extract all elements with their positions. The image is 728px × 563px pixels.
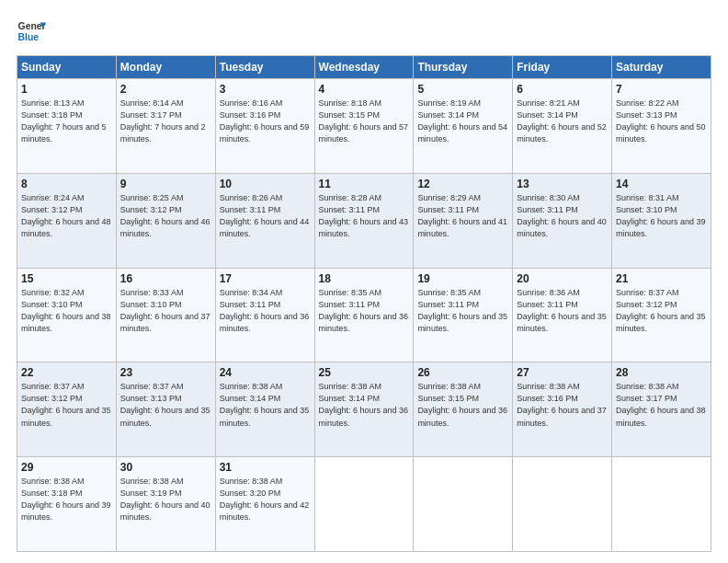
day-number: 15 (21, 272, 112, 285)
col-header-tuesday: Tuesday (215, 56, 314, 79)
day-number: 8 (21, 178, 112, 190)
day-number: 27 (517, 366, 608, 379)
col-header-monday: Monday (116, 56, 215, 79)
cell-details: Sunrise: 8:29 AMSunset: 3:11 PMDaylight:… (417, 192, 508, 240)
cell-details: Sunrise: 8:38 AMSunset: 3:17 PMDaylight:… (616, 381, 707, 429)
calendar-cell: 28Sunrise: 8:38 AMSunset: 3:17 PMDayligh… (612, 362, 711, 457)
cell-details: Sunrise: 8:37 AMSunset: 3:12 PMDaylight:… (21, 381, 112, 429)
cell-details: Sunrise: 8:16 AMSunset: 3:16 PMDaylight:… (220, 98, 311, 145)
svg-text:Blue: Blue (18, 32, 40, 42)
day-number: 12 (417, 178, 508, 190)
cell-details: Sunrise: 8:26 AMSunset: 3:11 PMDaylight:… (220, 192, 311, 240)
calendar-cell: 3Sunrise: 8:16 AMSunset: 3:16 PMDaylight… (215, 79, 314, 174)
calendar-cell: 16Sunrise: 8:33 AMSunset: 3:10 PMDayligh… (116, 268, 215, 362)
calendar-cell: 23Sunrise: 8:37 AMSunset: 3:13 PMDayligh… (116, 362, 215, 457)
calendar-cell (612, 457, 711, 552)
col-header-thursday: Thursday (414, 56, 513, 79)
cell-details: Sunrise: 8:37 AMSunset: 3:12 PMDaylight:… (616, 287, 707, 335)
calendar-cell: 5Sunrise: 8:19 AMSunset: 3:14 PMDaylight… (414, 79, 513, 174)
calendar-cell: 12Sunrise: 8:29 AMSunset: 3:11 PMDayligh… (414, 173, 513, 268)
day-number: 7 (616, 83, 707, 96)
cell-details: Sunrise: 8:37 AMSunset: 3:13 PMDaylight:… (120, 381, 211, 429)
day-number: 28 (616, 366, 707, 379)
cell-details: Sunrise: 8:38 AMSunset: 3:19 PMDaylight:… (120, 476, 211, 523)
day-number: 23 (120, 366, 211, 379)
cell-details: Sunrise: 8:36 AMSunset: 3:11 PMDaylight:… (517, 287, 608, 335)
calendar-cell: 11Sunrise: 8:28 AMSunset: 3:11 PMDayligh… (314, 173, 414, 268)
cell-details: Sunrise: 8:38 AMSunset: 3:14 PMDaylight:… (220, 381, 311, 429)
cell-details: Sunrise: 8:19 AMSunset: 3:14 PMDaylight:… (417, 98, 508, 145)
calendar-week-row: 22Sunrise: 8:37 AMSunset: 3:12 PMDayligh… (17, 362, 711, 457)
calendar-cell: 29Sunrise: 8:38 AMSunset: 3:18 PMDayligh… (17, 457, 117, 552)
calendar-week-row: 29Sunrise: 8:38 AMSunset: 3:18 PMDayligh… (17, 457, 711, 552)
day-number: 14 (616, 178, 707, 190)
calendar-cell: 8Sunrise: 8:24 AMSunset: 3:12 PMDaylight… (17, 173, 117, 268)
day-number: 29 (21, 461, 112, 474)
calendar-cell: 13Sunrise: 8:30 AMSunset: 3:11 PMDayligh… (513, 173, 612, 268)
calendar-cell: 24Sunrise: 8:38 AMSunset: 3:14 PMDayligh… (215, 362, 314, 457)
day-number: 20 (517, 272, 608, 285)
calendar-cell: 18Sunrise: 8:35 AMSunset: 3:11 PMDayligh… (314, 268, 414, 362)
calendar-cell: 20Sunrise: 8:36 AMSunset: 3:11 PMDayligh… (513, 268, 612, 362)
day-number: 21 (616, 272, 707, 285)
col-header-friday: Friday (513, 56, 612, 79)
day-number: 18 (319, 272, 410, 285)
cell-details: Sunrise: 8:30 AMSunset: 3:11 PMDaylight:… (517, 192, 608, 240)
cell-details: Sunrise: 8:38 AMSunset: 3:16 PMDaylight:… (517, 381, 608, 429)
col-header-wednesday: Wednesday (314, 56, 414, 79)
day-number: 22 (21, 366, 112, 379)
cell-details: Sunrise: 8:21 AMSunset: 3:14 PMDaylight:… (517, 98, 608, 145)
calendar-cell (414, 457, 513, 552)
calendar-cell (513, 457, 612, 552)
cell-details: Sunrise: 8:32 AMSunset: 3:10 PMDaylight:… (21, 287, 112, 335)
cell-details: Sunrise: 8:35 AMSunset: 3:11 PMDaylight:… (319, 287, 410, 335)
col-header-saturday: Saturday (612, 56, 711, 79)
day-number: 11 (319, 178, 410, 190)
calendar-week-row: 15Sunrise: 8:32 AMSunset: 3:10 PMDayligh… (17, 268, 711, 362)
cell-details: Sunrise: 8:33 AMSunset: 3:10 PMDaylight:… (120, 287, 211, 335)
calendar-cell: 27Sunrise: 8:38 AMSunset: 3:16 PMDayligh… (513, 362, 612, 457)
calendar-week-row: 8Sunrise: 8:24 AMSunset: 3:12 PMDaylight… (17, 173, 711, 268)
day-number: 25 (319, 366, 410, 379)
calendar-cell (314, 457, 414, 552)
cell-details: Sunrise: 8:34 AMSunset: 3:11 PMDaylight:… (220, 287, 311, 335)
cell-details: Sunrise: 8:35 AMSunset: 3:11 PMDaylight:… (417, 287, 508, 335)
calendar-cell: 4Sunrise: 8:18 AMSunset: 3:15 PMDaylight… (314, 79, 414, 174)
calendar-cell: 25Sunrise: 8:38 AMSunset: 3:14 PMDayligh… (314, 362, 414, 457)
calendar-cell: 17Sunrise: 8:34 AMSunset: 3:11 PMDayligh… (215, 268, 314, 362)
cell-details: Sunrise: 8:24 AMSunset: 3:12 PMDaylight:… (21, 192, 112, 240)
calendar-table: SundayMondayTuesdayWednesdayThursdayFrid… (17, 55, 711, 552)
day-number: 4 (319, 83, 410, 96)
logo-icon: General Blue (17, 17, 46, 46)
calendar-cell: 19Sunrise: 8:35 AMSunset: 3:11 PMDayligh… (414, 268, 513, 362)
calendar-cell: 26Sunrise: 8:38 AMSunset: 3:15 PMDayligh… (414, 362, 513, 457)
calendar-header-row: SundayMondayTuesdayWednesdayThursdayFrid… (17, 56, 711, 79)
calendar-cell: 30Sunrise: 8:38 AMSunset: 3:19 PMDayligh… (116, 457, 215, 552)
day-number: 24 (220, 366, 311, 379)
cell-details: Sunrise: 8:38 AMSunset: 3:20 PMDaylight:… (220, 476, 311, 523)
page-header: General Blue (17, 17, 711, 46)
calendar-cell: 21Sunrise: 8:37 AMSunset: 3:12 PMDayligh… (612, 268, 711, 362)
calendar-cell: 1Sunrise: 8:13 AMSunset: 3:18 PMDaylight… (17, 79, 117, 174)
col-header-sunday: Sunday (17, 56, 117, 79)
day-number: 13 (517, 178, 608, 190)
day-number: 6 (517, 83, 608, 96)
day-number: 19 (417, 272, 508, 285)
cell-details: Sunrise: 8:22 AMSunset: 3:13 PMDaylight:… (616, 98, 707, 145)
calendar-cell: 15Sunrise: 8:32 AMSunset: 3:10 PMDayligh… (17, 268, 117, 362)
cell-details: Sunrise: 8:28 AMSunset: 3:11 PMDaylight:… (319, 192, 410, 240)
cell-details: Sunrise: 8:38 AMSunset: 3:14 PMDaylight:… (319, 381, 410, 429)
cell-details: Sunrise: 8:38 AMSunset: 3:18 PMDaylight:… (21, 476, 112, 523)
calendar-cell: 6Sunrise: 8:21 AMSunset: 3:14 PMDaylight… (513, 79, 612, 174)
day-number: 17 (220, 272, 311, 285)
cell-details: Sunrise: 8:38 AMSunset: 3:15 PMDaylight:… (417, 381, 508, 429)
cell-details: Sunrise: 8:18 AMSunset: 3:15 PMDaylight:… (319, 98, 410, 145)
day-number: 1 (21, 83, 112, 96)
day-number: 3 (220, 83, 311, 96)
calendar-cell: 7Sunrise: 8:22 AMSunset: 3:13 PMDaylight… (612, 79, 711, 174)
calendar-cell: 10Sunrise: 8:26 AMSunset: 3:11 PMDayligh… (215, 173, 314, 268)
calendar-cell: 14Sunrise: 8:31 AMSunset: 3:10 PMDayligh… (612, 173, 711, 268)
calendar-cell: 2Sunrise: 8:14 AMSunset: 3:17 PMDaylight… (116, 79, 215, 174)
cell-details: Sunrise: 8:13 AMSunset: 3:18 PMDaylight:… (21, 98, 112, 145)
cell-details: Sunrise: 8:14 AMSunset: 3:17 PMDaylight:… (120, 98, 211, 145)
